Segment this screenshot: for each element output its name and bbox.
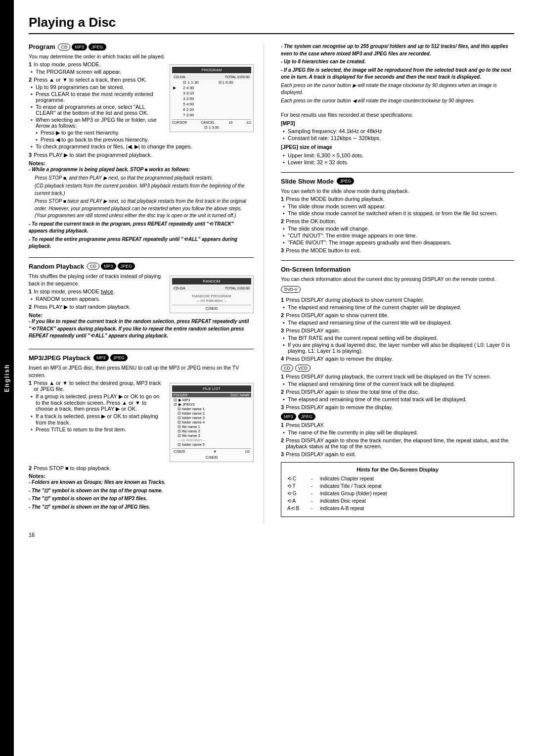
mp3-disp-s2-content: 2 Press DISPLAY again to show the track … xyxy=(281,437,514,449)
hints-title: Hints for the On-Screen Display xyxy=(287,467,508,472)
mp3jpeg-b3: Press TITLE to return to the first item. xyxy=(29,426,254,432)
hint-row-title: ⟲ T - indicates Title / Track repeat xyxy=(287,483,508,489)
step1-content: 1 In stop mode, press MODE. xyxy=(29,61,165,67)
note3: (CD playback restarts from the current p… xyxy=(29,183,254,197)
dvd-v-badge-container: DVD-V xyxy=(281,286,514,295)
mp3jpeg-notes: Notes: - Folders are known as Groups; fi… xyxy=(29,473,254,511)
ss-step1-text: Press the MODE button during playback. xyxy=(286,196,384,202)
filelist-no-indication: -- no indication -- xyxy=(174,438,250,442)
dvd-s2-text: Press DISPLAY again to show current titl… xyxy=(286,312,389,318)
badge-jpeg-mp3jpeg: JPEG xyxy=(110,354,128,361)
ss-step2-num: 2 xyxy=(281,218,284,224)
note6: - To repeat the entire programme press R… xyxy=(29,236,254,250)
note5: - To repeat the current track in the pro… xyxy=(29,221,254,235)
mp3jpeg-step2: 2 Press STOP ■ to stop playback. Notes: … xyxy=(29,465,254,511)
dvd-s4-text: Press DISPLAY again to remove the displa… xyxy=(286,356,393,362)
dvd-s1-text: Press DISPLAY during playback to show cu… xyxy=(286,297,424,303)
hint-desc-g: indicates Group (folder) repeat xyxy=(320,491,387,496)
random-badges: CD MP3 JPEG xyxy=(87,263,135,270)
mp3-disp-step3: 3 Press DISPLAY again to exit. xyxy=(281,451,514,457)
mp3-disp-s3-num: 3 xyxy=(281,451,284,457)
dvd-s2-content: 2 Press DISPLAY again to show current ti… xyxy=(281,312,514,318)
mp3-disp-s1-b1: The name of the file currently in play w… xyxy=(281,429,514,435)
program-intro: You may determine the order in which tra… xyxy=(29,53,254,60)
mp3jpeg-onscreen-badge-container: MP3 JPEG xyxy=(281,413,514,420)
random-img-subheader: CD-DATOTAL 0:00:00 xyxy=(172,285,251,291)
rand-step2-text: Press PLAY ▶ to start random playback. xyxy=(34,304,131,310)
hint-symbol-a: ⟲ A xyxy=(287,498,307,504)
notes-label: Notes: xyxy=(29,160,254,166)
step3-content: 3 Press PLAY ▶ to start the programmed p… xyxy=(29,152,254,158)
badge-jpeg-onscreen: JPEG xyxy=(298,413,316,420)
random-img-header: RANDOM xyxy=(172,278,251,284)
onscreen-title: On-Screen Information xyxy=(281,266,514,273)
mp3jpeg-intro: Insert an MP3 or JPEG disc, then press M… xyxy=(29,364,254,379)
hint-desc-ab: indicates A-B repeat xyxy=(320,506,364,511)
sys-note1: - The system can recognise up to 255 gro… xyxy=(281,43,514,57)
mp3-disp-s1-content: 1 Press DISPLAY. xyxy=(281,422,514,428)
dvd-s1-content: 1 Press DISPLAY during playback to show … xyxy=(281,297,514,303)
step2-content: 2 Press ▲ or ▼ to select a track, then p… xyxy=(29,77,165,83)
ss-step2-text: Press the OK button. xyxy=(286,218,336,224)
sys-note2: - Up to 8 hierarchies can be created. xyxy=(281,58,514,66)
sidebar: English xyxy=(0,0,14,756)
note4: Press STOP ■ twice and PLAY ▶ next, so t… xyxy=(29,198,254,220)
badge-jpeg-random: JPEG xyxy=(118,263,135,270)
filelist-img-header: FILE LIST xyxy=(172,385,251,392)
mp3-disp-s3-text: Press DISPLAY again to exit. xyxy=(286,451,356,457)
ss-step1-content: 1 Press the MODE button during playback. xyxy=(281,196,514,202)
sys-note3: - If a JPEG file is selected, the image … xyxy=(281,67,514,81)
specs-intro: For best results use files recorded at t… xyxy=(281,111,514,119)
slideshow-step2: 2 Press the OK button. The slide show mo… xyxy=(281,218,514,245)
jpeg-label: [JPEG] size of image xyxy=(281,143,514,151)
dvd-s1-num: 1 xyxy=(281,297,284,303)
sys-note4: Each press on the cursor button ▶ will r… xyxy=(281,82,514,96)
hints-box: Hints for the On-Screen Display ⟲ C - in… xyxy=(281,462,514,517)
program-step1-block: PROGRAM CD-DATOTAL 0:00:00 ⊡ 1 1:30⊡1 0:… xyxy=(29,61,254,152)
ss-step1-b1: The slide show mode screen will appear. xyxy=(281,203,514,209)
two-column-layout: Program CD MP3 JPEG You may determine th… xyxy=(29,43,514,524)
badge-mp3-mp3jpeg: MP3 xyxy=(93,354,109,361)
step2-bullet1: Up to 99 programmes can be stored. xyxy=(29,84,254,90)
divider2 xyxy=(29,349,254,349)
program-badges: CD MP3 JPEG xyxy=(58,44,106,50)
badge-jpeg: JPEG xyxy=(89,44,106,50)
mp3jpeg-note1: - Folders are known as Groups; files are… xyxy=(29,479,254,486)
program-step2: 2 Press ▲ or ▼ to select a track, then p… xyxy=(29,77,254,150)
slideshow-badges: JPEG xyxy=(337,178,355,185)
mp3jpeg-step2-num: 2 xyxy=(29,465,32,471)
slideshow-title: Slide Show Mode JPEG xyxy=(281,178,514,185)
step2-bullet5: To check programmed tracks or files, |◀,… xyxy=(29,143,254,150)
mp3jpeg-notes-label: Notes: xyxy=(29,473,254,479)
step2-bullet4: When selecting an MP3 or JPEG file or fo… xyxy=(29,117,254,129)
program-step3: 3 Press PLAY ▶ to start the programmed p… xyxy=(29,152,254,250)
dvd-step4: 4 Press DISPLAY again to remove the disp… xyxy=(281,356,514,362)
ss-step3-num: 3 xyxy=(281,247,284,253)
slideshow-step1: 1 Press the MODE button during playback.… xyxy=(281,196,514,216)
mp3-spec1: Sampling frequency: 44.1kHz or 48kHz xyxy=(281,128,514,134)
mp3jpeg-badges: MP3 JPEG xyxy=(93,354,128,361)
divider1 xyxy=(29,257,254,258)
badge-mp3: MP3 xyxy=(72,44,87,50)
divider-right1 xyxy=(281,172,514,173)
hint-symbol-c: ⟲ C xyxy=(287,476,307,481)
mp3jpeg-note2: - The "⊡" symbol is shown on the top of … xyxy=(29,487,254,495)
sys-note5: Each press on the cursor button ◀ will r… xyxy=(281,97,514,105)
step2-number: 2 xyxy=(29,77,32,83)
step2-sub2: Press ◀ to go back to the previous hiera… xyxy=(29,137,254,143)
note2: Press STOP ■, and then PLAY ▶ next, so t… xyxy=(29,175,254,182)
rand-step2-num: 2 xyxy=(29,304,32,310)
left-column: Program CD MP3 JPEG You may determine th… xyxy=(29,43,264,524)
dvd-s3-b1: The BIT RATE and the current repeat sett… xyxy=(281,335,514,341)
cd-s3-content: 3 Press DISPLAY again to remove the disp… xyxy=(281,404,514,410)
random-block: RANDOM CD-DATOTAL 0:00:00 RANDOM PROGRAM… xyxy=(29,273,254,342)
random-img-footer: C/SE/D xyxy=(172,305,251,311)
dvd-s4-content: 4 Press DISPLAY again to remove the disp… xyxy=(281,356,514,362)
jpeg-spec2: Lower limit: 32 × 32 dots. xyxy=(281,159,514,165)
mp3-disp-s1-num: 1 xyxy=(281,422,284,428)
slideshow-step3: 3 Press the MODE button to exit. xyxy=(281,247,514,253)
dvd-s3-content: 3 Press DISPLAY again. xyxy=(281,328,514,333)
note1: - While a programme is being played back… xyxy=(29,166,254,174)
dvd-s3-b2: If you are playing a dual layered disc, … xyxy=(281,342,514,354)
badge-cd-onscreen: CD xyxy=(281,365,293,372)
